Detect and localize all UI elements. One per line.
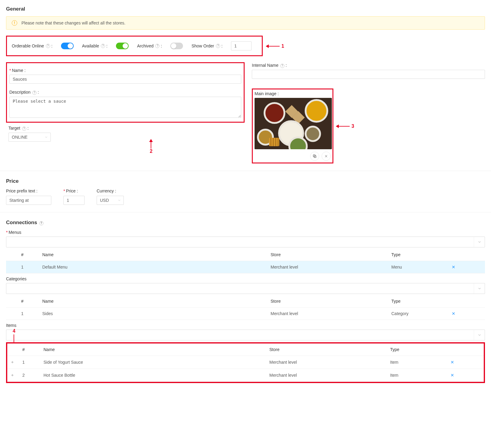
- expand-row-icon[interactable]: ＋: [10, 372, 14, 377]
- target-select[interactable]: ONLINE: [8, 133, 51, 142]
- section-title-connections: Connections ?: [6, 220, 485, 226]
- chevron-down-icon: [44, 135, 48, 139]
- section-general: General ! Please note that these changes…: [6, 6, 485, 163]
- price-label: *Price :: [63, 189, 85, 193]
- annotation-arrow-3: 3: [336, 124, 356, 129]
- archived-toggle[interactable]: [170, 43, 183, 49]
- section-title-general: General: [6, 6, 485, 12]
- table-row[interactable]: 1 Sides Merchant level Category ✕: [6, 308, 485, 320]
- menus-label: *Menus: [6, 230, 485, 235]
- copy-icon: [313, 154, 317, 158]
- help-icon[interactable]: ?: [46, 44, 50, 48]
- help-icon[interactable]: ?: [155, 44, 159, 48]
- internal-name-input[interactable]: [252, 70, 485, 79]
- divider: [0, 212, 491, 212]
- available-toggle[interactable]: [116, 43, 129, 49]
- toggle-row: Orderable Online ? : Available ? : Archi…: [12, 41, 257, 50]
- show-order-label: Show Order ? :: [191, 44, 223, 48]
- description-input[interactable]: [9, 97, 241, 118]
- remove-row-button[interactable]: ✕: [452, 265, 455, 269]
- currency-select[interactable]: USD: [97, 196, 124, 205]
- show-order-input[interactable]: [231, 41, 252, 50]
- categories-combobox[interactable]: [6, 283, 485, 294]
- orderable-online-label: Orderable Online ? :: [12, 44, 53, 48]
- chevron-down-icon: [474, 330, 485, 340]
- remove-row-button[interactable]: ✕: [451, 373, 454, 378]
- items-table: # Name Store Type ＋ 1 Side of Yogurt Sau…: [7, 343, 484, 382]
- table-header-row: # Name Store Type: [7, 343, 484, 356]
- internal-name-label: Internal Name ? :: [252, 63, 485, 68]
- table-header-row: # Name Store Type: [6, 249, 485, 261]
- copy-image-button[interactable]: [310, 152, 319, 161]
- table-header-row: # Name Store Type: [6, 295, 485, 308]
- remove-image-button[interactable]: [322, 152, 331, 161]
- annotation-arrow-2: 2: [148, 139, 154, 154]
- name-label: *Name :: [9, 68, 241, 73]
- food-image-placeholder: [255, 98, 332, 149]
- table-row[interactable]: ＋ 1 Side of Yogurt Sauce Merchant level …: [7, 356, 484, 369]
- remove-row-button[interactable]: ✕: [452, 311, 455, 316]
- price-prefix-input[interactable]: [6, 196, 51, 205]
- annotation-box-2: *Name : Description ? :: [6, 62, 245, 123]
- chevron-down-icon: [474, 283, 485, 294]
- divider: [0, 171, 491, 171]
- items-combobox[interactable]: [6, 330, 485, 340]
- currency-label: Currency :: [97, 189, 124, 193]
- archived-label: Archived ? :: [137, 44, 162, 48]
- price-prefix-label: Price prefix text :: [6, 189, 51, 193]
- main-image-thumbnail[interactable]: [255, 98, 332, 149]
- table-row[interactable]: 1 Default Menu Merchant level Menu ✕: [6, 261, 485, 273]
- name-input[interactable]: [9, 75, 241, 84]
- annotation-box-4: # Name Store Type ＋ 1 Side of Yogurt Sau…: [6, 342, 485, 383]
- description-label: Description ? :: [9, 90, 241, 95]
- help-icon[interactable]: ?: [39, 221, 43, 225]
- main-image-label: Main image :: [255, 91, 331, 96]
- help-icon[interactable]: ?: [101, 44, 105, 48]
- help-icon[interactable]: ?: [22, 127, 26, 131]
- expand-row-icon[interactable]: ＋: [10, 359, 14, 364]
- remove-row-button[interactable]: ✕: [451, 360, 454, 365]
- categories-table: # Name Store Type 1 Sides Merchant level…: [6, 295, 485, 320]
- chevron-down-icon: [474, 237, 485, 247]
- chevron-down-icon: [117, 198, 121, 202]
- categories-label: Categories: [6, 276, 485, 281]
- annotation-box-3: Main image :: [252, 89, 333, 163]
- available-label: Available ? :: [82, 44, 108, 48]
- help-icon[interactable]: ?: [280, 64, 284, 68]
- help-icon[interactable]: ?: [216, 44, 220, 48]
- menus-table: # Name Store Type 1 Default Menu Merchan…: [6, 249, 485, 273]
- help-icon[interactable]: ?: [32, 91, 37, 95]
- warning-icon: !: [12, 20, 17, 26]
- annotation-box-1: Orderable Online ? : Available ? : Archi…: [6, 36, 263, 56]
- items-label: Items: [6, 323, 485, 328]
- orderable-online-toggle[interactable]: [61, 43, 74, 49]
- annotation-arrow-1: 1: [266, 44, 286, 49]
- alert-text: Please note that these changes will affe…: [21, 21, 126, 25]
- section-connections: Connections ? *Menus # Name Store Type 1…: [6, 220, 485, 383]
- table-row[interactable]: ＋ 2 Hot Sauce Bottle Merchant level Item…: [7, 369, 484, 382]
- section-price: Price Price prefix text : *Price : Curre…: [6, 178, 485, 205]
- close-icon: [324, 154, 328, 158]
- menus-combobox[interactable]: [6, 237, 485, 247]
- alert-banner: ! Please note that these changes will af…: [6, 16, 485, 30]
- target-label: Target ? :: [8, 126, 242, 131]
- section-title-price: Price: [6, 178, 485, 184]
- price-input[interactable]: [63, 196, 85, 205]
